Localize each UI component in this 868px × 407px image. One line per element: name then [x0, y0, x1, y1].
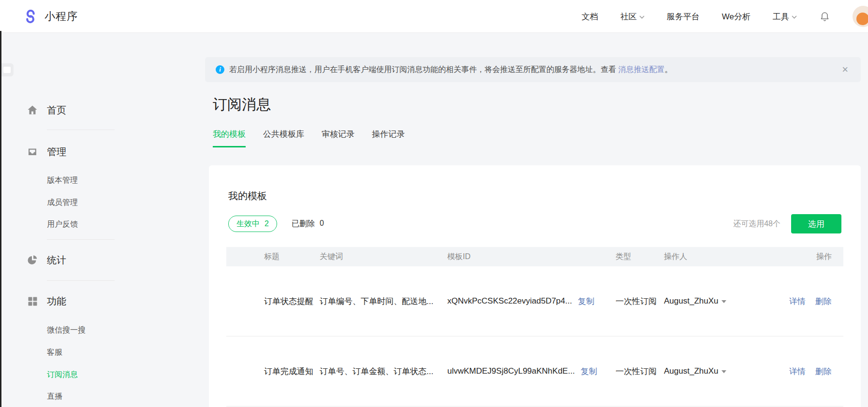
operator-dropdown[interactable]: August_ZhuXu: [664, 296, 751, 306]
template-title: 订单完成通知: [226, 366, 320, 377]
sidebar-item-home[interactable]: 首页: [27, 103, 66, 117]
filter-active-pill[interactable]: 生效中2: [228, 216, 277, 232]
my-templates-card: 我的模板 生效中2 已删除0 还可选用48个 选用 标题 关键词 模板ID 类型…: [209, 165, 861, 407]
collapse-badge-icon: [3, 67, 11, 73]
template-keywords: 订单编号、下单时间、配送地...: [320, 296, 447, 307]
delete-link[interactable]: 删除: [815, 366, 832, 377]
user-avatar[interactable]: [853, 6, 868, 27]
templates-table: 标题 关键词 模板ID 类型 操作人 操作 订单状态提醒 订单编号、下单时间、配…: [226, 247, 843, 407]
detail-link[interactable]: 详情: [789, 296, 806, 307]
miniprogram-logo[interactable]: 小程序: [23, 0, 78, 33]
notification-bell-button[interactable]: [819, 11, 830, 22]
col-header-type: 类型: [616, 252, 664, 262]
tab-operation-records[interactable]: 操作记录: [372, 129, 405, 147]
pie-chart-icon: [27, 254, 38, 266]
nav-item-community[interactable]: 社区: [620, 11, 645, 22]
card-title: 我的模板: [228, 189, 841, 203]
select-template-button[interactable]: 选用: [791, 214, 841, 233]
grid-icon: [27, 295, 38, 307]
logo-text: 小程序: [44, 9, 78, 24]
close-icon[interactable]: ×: [842, 64, 850, 75]
chevron-down-icon: [792, 15, 797, 19]
col-header-actions: 操作: [751, 252, 843, 262]
banner-link-push-config[interactable]: 消息推送配置: [618, 65, 664, 73]
delete-link[interactable]: 删除: [815, 296, 832, 307]
home-icon: [27, 104, 38, 116]
col-header-template-id: 模板ID: [447, 252, 616, 262]
sidebar-item-label: 管理: [47, 145, 66, 159]
sidebar-item-stats[interactable]: 统计: [27, 253, 66, 267]
filter-row: 生效中2 已删除0 还可选用48个 选用: [228, 214, 841, 233]
sidebar-item-label: 功能: [47, 294, 66, 308]
info-icon: i: [216, 65, 224, 74]
copy-link[interactable]: 复制: [578, 296, 594, 307]
sidebar-item-customer-service[interactable]: 客服: [47, 347, 62, 358]
sidebar-item-version-manage[interactable]: 版本管理: [47, 175, 78, 186]
sidebar-item-label: 首页: [47, 103, 66, 117]
operator-dropdown[interactable]: August_ZhuXu: [664, 366, 751, 376]
quota-remaining-label: 还可选用48个: [733, 219, 780, 229]
chevron-down-icon: [639, 15, 645, 19]
sidebar-divider: [47, 280, 115, 281]
col-header-keywords: 关键词: [320, 252, 447, 262]
caret-down-icon: [721, 370, 726, 373]
tab-bar: 我的模板 公共模板库 审核记录 操作记录: [213, 129, 405, 147]
notice-banner: i 若启用小程序消息推送，用户在手机客户端使用订阅消息功能的相关事件，将会推送至…: [205, 57, 861, 82]
template-id: ulvwKMDEJ9Sj8CyL99aKNhKdE...: [447, 366, 575, 376]
filter-deleted[interactable]: 已删除0: [292, 219, 324, 229]
nav-item-docs[interactable]: 文档: [582, 11, 598, 22]
screen-left-edge: [0, 31, 1, 407]
sidebar-divider: [47, 239, 115, 240]
tab-my-templates[interactable]: 我的模板: [213, 129, 246, 147]
sidebar-collapse-badge[interactable]: [0, 63, 14, 76]
tab-review-records[interactable]: 审核记录: [322, 129, 354, 147]
col-header-operator: 操作人: [664, 252, 751, 262]
miniprogram-console: 小程序 文档 社区 服务平台 We分析 工具: [0, 0, 868, 407]
inbox-icon: [27, 146, 38, 158]
sidebar: 首页 管理 版本管理 成员管理 用户反馈 统计 功能: [0, 33, 184, 407]
sidebar-item-label: 统计: [47, 253, 66, 267]
sidebar-item-subscribe-message[interactable]: 订阅消息: [47, 369, 78, 380]
detail-link[interactable]: 详情: [789, 366, 806, 377]
nav-menu: 文档 社区 服务平台 We分析 工具: [582, 0, 868, 33]
template-id: xQNvkPcCSKSc22evyiad5D7p4...: [447, 296, 572, 306]
sidebar-item-manage[interactable]: 管理: [27, 145, 66, 159]
sidebar-item-member-manage[interactable]: 成员管理: [47, 197, 78, 208]
template-type: 一次性订阅: [616, 296, 664, 307]
banner-text: 若启用小程序消息推送，用户在手机客户端使用订阅消息功能的相关事件，将会推送至所配…: [229, 65, 672, 75]
page-title: 订阅消息: [213, 95, 271, 115]
template-title: 订单状态提醒: [226, 296, 320, 307]
table-row: 订单状态提醒 订单编号、下单时间、配送地... xQNvkPcCSKSc22ev…: [226, 266, 843, 336]
sidebar-item-wechat-search[interactable]: 微信搜一搜: [47, 325, 86, 335]
nav-item-service-platform[interactable]: 服务平台: [667, 11, 700, 22]
table-row: 订单完成通知 订单号、订单金额、订单状态... ulvwKMDEJ9Sj8CyL…: [226, 336, 843, 407]
table-header-row: 标题 关键词 模板ID 类型 操作人 操作: [226, 247, 843, 266]
sidebar-item-live[interactable]: 直播: [47, 391, 62, 402]
nav-item-tools[interactable]: 工具: [773, 11, 797, 22]
tab-public-template-library[interactable]: 公共模板库: [263, 129, 304, 147]
sidebar-item-user-feedback[interactable]: 用户反馈: [47, 219, 78, 230]
template-keywords: 订单号、订单金额、订单状态...: [320, 366, 447, 377]
top-navbar: 小程序 文档 社区 服务平台 We分析 工具: [0, 0, 868, 33]
bell-icon: [819, 11, 830, 22]
sidebar-item-features[interactable]: 功能: [27, 294, 66, 308]
template-type: 一次性订阅: [616, 366, 664, 377]
miniprogram-logo-icon: [23, 9, 38, 24]
caret-down-icon: [721, 300, 726, 303]
nav-item-we-analytics[interactable]: We分析: [722, 11, 750, 22]
col-header-title: 标题: [226, 252, 320, 262]
copy-link[interactable]: 复制: [581, 366, 597, 377]
sidebar-divider: [47, 130, 115, 130]
